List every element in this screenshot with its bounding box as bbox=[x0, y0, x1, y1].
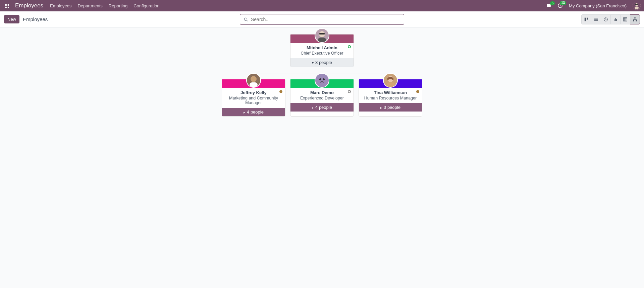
view-pivot-button[interactable] bbox=[620, 14, 630, 24]
svg-point-31 bbox=[251, 76, 257, 82]
svg-rect-4 bbox=[635, 4, 638, 5]
svg-rect-23 bbox=[636, 20, 637, 21]
org-node-child[interactable]: Jeffrey Kelly Marketing and Community Ma… bbox=[222, 79, 285, 117]
nav-menu: Employees Departments Reporting Configur… bbox=[50, 3, 159, 8]
svg-line-6 bbox=[247, 20, 248, 21]
apps-icon[interactable] bbox=[3, 2, 10, 9]
svg-point-34 bbox=[319, 78, 321, 80]
people-count: 3 people bbox=[315, 60, 332, 65]
node-title: Marketing and Community Manager bbox=[224, 96, 283, 105]
svg-rect-30 bbox=[319, 33, 325, 34]
people-count: 4 people bbox=[315, 105, 332, 110]
node-title: Chief Executive Officer bbox=[292, 51, 352, 56]
node-name: Mitchell Admin bbox=[292, 45, 352, 50]
node-title: Experienced Developer bbox=[292, 96, 352, 100]
status-indicator-icon bbox=[279, 90, 282, 93]
discuss-icon[interactable]: 5 bbox=[546, 3, 551, 8]
chevron-right-icon bbox=[244, 110, 245, 115]
svg-point-35 bbox=[323, 78, 325, 80]
svg-rect-8 bbox=[587, 17, 588, 19]
control-panel: New Employees bbox=[0, 11, 644, 27]
new-button[interactable]: New bbox=[4, 15, 19, 23]
view-hierarchy-button[interactable] bbox=[630, 14, 640, 24]
activity-icon[interactable]: 13 bbox=[557, 3, 563, 8]
view-kanban-button[interactable] bbox=[581, 14, 591, 24]
nav-item-employees[interactable]: Employees bbox=[50, 3, 71, 8]
node-header bbox=[222, 79, 285, 88]
avatar bbox=[246, 73, 261, 88]
breadcrumb: Employees bbox=[23, 16, 48, 22]
svg-rect-10 bbox=[594, 19, 598, 19]
view-activity-button[interactable] bbox=[601, 14, 611, 24]
node-header bbox=[290, 34, 354, 43]
svg-rect-13 bbox=[614, 19, 614, 21]
avatar bbox=[315, 28, 329, 43]
nav-item-departments[interactable]: Departments bbox=[77, 3, 102, 8]
node-header bbox=[359, 79, 422, 88]
svg-rect-29 bbox=[318, 38, 326, 42]
activity-badge: 13 bbox=[560, 1, 566, 5]
chevron-right-icon bbox=[380, 105, 382, 110]
svg-rect-11 bbox=[594, 20, 598, 20]
top-navbar: Employees Employees Departments Reportin… bbox=[0, 0, 644, 11]
svg-rect-37 bbox=[386, 82, 394, 87]
people-count: 3 people bbox=[384, 105, 400, 110]
nav-item-configuration[interactable]: Configuration bbox=[133, 3, 159, 8]
view-graph-button[interactable] bbox=[610, 14, 621, 24]
discuss-badge: 5 bbox=[550, 1, 555, 5]
node-name: Tina Williamson bbox=[361, 90, 420, 95]
search-input[interactable] bbox=[251, 17, 400, 22]
node-expand-button[interactable]: 3 people bbox=[290, 58, 354, 67]
svg-rect-22 bbox=[633, 20, 634, 21]
svg-point-33 bbox=[316, 74, 328, 86]
org-node-child[interactable]: Marc Demo Experienced Developer 4 people bbox=[290, 79, 354, 117]
svg-rect-16 bbox=[624, 17, 627, 21]
svg-point-5 bbox=[244, 18, 247, 20]
company-switcher[interactable]: My Company (San Francisco) bbox=[569, 3, 627, 8]
people-count: 4 people bbox=[247, 110, 264, 115]
avatar bbox=[315, 73, 329, 88]
svg-rect-14 bbox=[615, 18, 616, 21]
chevron-down-icon bbox=[312, 60, 314, 65]
org-chart: Mitchell Admin Chief Executive Officer 3… bbox=[0, 27, 644, 117]
status-indicator-icon bbox=[348, 45, 351, 48]
node-header bbox=[290, 79, 354, 88]
node-title: Human Resources Manager bbox=[361, 96, 420, 100]
avatar bbox=[383, 73, 398, 88]
node-name: Marc Demo bbox=[292, 90, 352, 95]
search-icon bbox=[244, 17, 248, 22]
status-indicator-icon bbox=[348, 90, 351, 93]
app-brand[interactable]: Employees bbox=[15, 2, 43, 9]
user-avatar[interactable] bbox=[633, 2, 641, 10]
svg-rect-32 bbox=[250, 82, 258, 87]
nav-item-reporting[interactable]: Reporting bbox=[109, 3, 127, 8]
status-indicator-icon bbox=[416, 90, 419, 93]
node-expand-button[interactable]: 4 people bbox=[290, 103, 354, 112]
node-expand-button[interactable]: 4 people bbox=[222, 108, 285, 116]
chevron-right-icon bbox=[312, 105, 314, 110]
node-name: Jeffrey Kelly bbox=[224, 90, 283, 95]
svg-rect-3 bbox=[635, 6, 639, 9]
node-expand-button[interactable]: 3 people bbox=[359, 103, 422, 112]
org-node-child[interactable]: Tina Williamson Human Resources Manager … bbox=[359, 79, 422, 117]
view-list-button[interactable] bbox=[591, 14, 601, 24]
svg-rect-9 bbox=[594, 18, 598, 18]
view-switcher bbox=[582, 14, 640, 24]
svg-rect-7 bbox=[585, 17, 586, 21]
org-node-root[interactable]: Mitchell Admin Chief Executive Officer 3… bbox=[290, 34, 354, 67]
svg-rect-21 bbox=[634, 17, 636, 18]
connector-line bbox=[322, 67, 322, 73]
search-box[interactable] bbox=[240, 14, 404, 25]
svg-rect-15 bbox=[616, 19, 617, 21]
